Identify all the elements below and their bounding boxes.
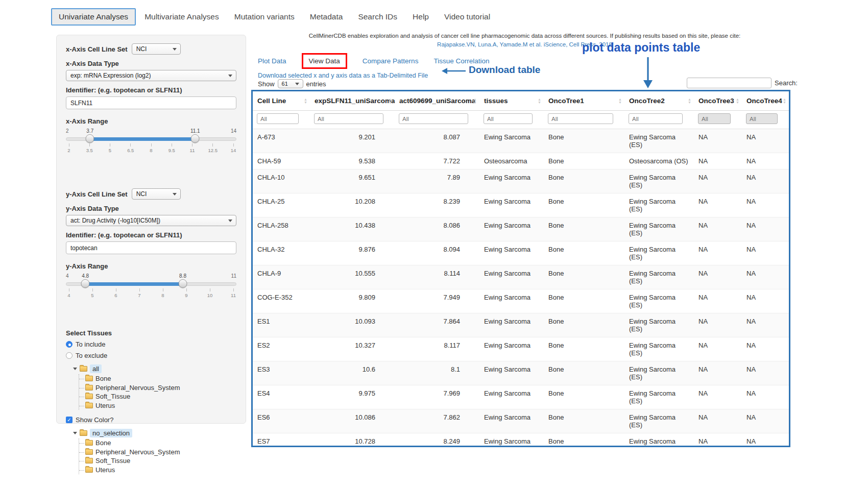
tree-node-soft-tissue[interactable]: Soft_Tissue	[85, 392, 236, 401]
column-filter-input[interactable]	[698, 113, 731, 124]
nav-tab-metadata[interactable]: Metadata	[303, 8, 350, 26]
tab-plot-data[interactable]: Plot Data	[258, 57, 286, 65]
sort-icon[interactable]: ▲▼	[736, 97, 739, 104]
table-cell: 7.949	[395, 289, 479, 313]
nav-tab-help[interactable]: Help	[406, 8, 436, 26]
nav-tab-search-ids[interactable]: Search IDs	[351, 8, 404, 26]
tree-node-bone[interactable]: Bone	[85, 374, 236, 383]
radio-to-exclude-label: To exclude	[76, 352, 107, 359]
sort-icon[interactable]: ▲▼	[389, 97, 392, 104]
nav-tab-multivariate-analyses[interactable]: Multivariate Analyses	[138, 8, 226, 26]
column-filter-input[interactable]	[257, 113, 299, 124]
y-data-type-select[interactable]: act: Drug Activity (-log10[IC50M])	[66, 215, 236, 226]
slider-handle-left[interactable]	[81, 279, 90, 288]
tree-node-no-selection[interactable]: no_selection	[73, 429, 236, 437]
table-row[interactable]: CHA-599.5387.722OsteosarcomaBoneOsteosar…	[253, 153, 789, 169]
x-axis-range-slider[interactable]: 2 14 3.7 11.1 2 3.5 5 6.5 8 9.5 11 12.5 …	[66, 133, 236, 163]
tree-node-all[interactable]: all	[73, 364, 236, 373]
entries-label: entries	[306, 80, 326, 88]
table-row[interactable]: CHLA-109.6517.89Ewing SarcomaBoneEwing S…	[253, 169, 789, 193]
table-row[interactable]: CHLA-910.5558.114Ewing SarcomaBoneEwing …	[253, 265, 789, 289]
caret-down-icon[interactable]	[73, 368, 77, 370]
sort-icon[interactable]: ▲▼	[618, 97, 622, 104]
column-filter-input[interactable]	[399, 113, 468, 124]
radio-to-include[interactable]: To include	[66, 340, 236, 348]
sort-icon[interactable]: ▲▼	[538, 97, 541, 104]
table-cell: Ewing Sarcoma	[479, 361, 544, 385]
table-cell: Bone	[544, 217, 624, 241]
column-header-label: OncoTree4	[746, 97, 782, 105]
table-row[interactable]: ES710.7288.249Ewing SarcomaBoneEwing Sar…	[253, 433, 789, 448]
column-filter-input[interactable]	[314, 113, 383, 124]
table-row[interactable]: CHLA-2510.2088.239Ewing SarcomaBoneEwing…	[253, 193, 789, 217]
table-row[interactable]: ES610.0867.862Ewing SarcomaBoneEwing Sar…	[253, 409, 789, 433]
tab-tissue-correlation[interactable]: Tissue Correlation	[433, 57, 489, 65]
table-row[interactable]: A-6739.2018.087Ewing SarcomaBoneEwing Sa…	[253, 129, 789, 153]
tree-node-uterus[interactable]: Uterus	[85, 466, 236, 475]
tab-view-data[interactable]: View Data	[302, 53, 347, 69]
x-data-type-select[interactable]: exp: mRNA Expression (log2)	[66, 70, 236, 81]
column-header-oncotree4[interactable]: OncoTree4▲▼	[742, 91, 789, 111]
column-filter-input[interactable]	[746, 113, 778, 124]
column-header-label: Cell Line	[257, 97, 286, 105]
tree-node-soft-tissue[interactable]: Soft_Tissue	[85, 456, 236, 466]
table-cell: Ewing Sarcoma (ES)	[624, 385, 694, 409]
slider-handle-right[interactable]	[191, 134, 200, 143]
radio-to-exclude[interactable]: To exclude	[66, 352, 236, 359]
column-header-tissues[interactable]: tissues▲▼	[479, 91, 544, 111]
nav-tab-video-tutorial[interactable]: Video tutorial	[438, 8, 497, 26]
table-cell: NA	[694, 169, 742, 193]
entries-select[interactable]: 61	[278, 79, 303, 88]
y-cell-line-set-select[interactable]: NCI	[132, 188, 181, 200]
slider-handle-left[interactable]	[86, 134, 94, 143]
tree-node-peripheral-nervous-system[interactable]: Peripheral_Nervous_System	[85, 448, 236, 457]
table-cell: NA	[742, 313, 789, 337]
folder-icon	[85, 467, 93, 473]
x-identifier-input[interactable]	[66, 96, 236, 109]
y-identifier-input[interactable]	[66, 241, 236, 254]
show-color-checkbox[interactable]: ✓ Show Color?	[66, 416, 236, 424]
column-header-cell-line[interactable]: Cell Line▲▼	[253, 91, 310, 111]
column-header-act609699-unisarcoma[interactable]: act609699_uniSarcoma▲▼	[395, 91, 479, 111]
table-row[interactable]: ES310.68.1Ewing SarcomaBoneEwing Sarcoma…	[253, 361, 789, 385]
sort-icon[interactable]: ▲▼	[473, 97, 477, 104]
caret-down-icon[interactable]	[73, 432, 77, 434]
x-data-type-label: x-Axis Data Type	[66, 60, 236, 67]
table-row[interactable]: CHLA-329.8768.094Ewing SarcomaBoneEwing …	[253, 241, 789, 265]
download-data-link[interactable]: Download selected x and y axis data as a…	[258, 72, 428, 79]
slider-handle-right[interactable]	[179, 279, 187, 288]
tick-label: 8	[150, 148, 152, 153]
filter-cell	[624, 111, 694, 129]
table-row[interactable]: ES210.3278.117Ewing SarcomaBoneEwing Sar…	[253, 337, 789, 361]
citation-link[interactable]: Rajapakse.VN, Luna.A, Yamade.M et al. iS…	[255, 41, 794, 47]
column-header-oncotree3[interactable]: OncoTree3▲▼	[694, 91, 742, 111]
column-filter-input[interactable]	[548, 113, 613, 124]
table-row[interactable]: ES49.9757.969Ewing SarcomaBoneEwing Sarc…	[253, 385, 789, 409]
tree-node-bone[interactable]: Bone	[85, 438, 236, 448]
slider-from-value: 4.8	[82, 273, 89, 279]
nav-tab-mutation-variants[interactable]: Mutation variants	[228, 8, 301, 26]
table-cell: 10.6	[310, 361, 395, 385]
y-axis-range-slider[interactable]: 4 11 4.8 8.8 4 5 6 7 8 9 10 11	[66, 278, 236, 308]
table-cell: NA	[694, 153, 742, 169]
sort-icon[interactable]: ▲▼	[304, 97, 307, 104]
table-row[interactable]: ES110.0937.864Ewing SarcomaBoneEwing Sar…	[253, 313, 789, 337]
nav-tab-univariate-analyses[interactable]: Univariate Analyses	[51, 8, 136, 26]
column-header-oncotree2[interactable]: OncoTree2▲▼	[624, 91, 694, 111]
table-row[interactable]: CHLA-25810.4388.086Ewing SarcomaBoneEwin…	[253, 217, 789, 241]
search-input[interactable]	[687, 78, 771, 88]
tab-compare-patterns[interactable]: Compare Patterns	[363, 57, 419, 65]
sort-icon[interactable]: ▲▼	[688, 97, 691, 104]
tree-node-uterus[interactable]: Uterus	[85, 401, 236, 410]
column-filter-input[interactable]	[484, 113, 533, 124]
column-header-expslfn11-unisarcoma[interactable]: expSLFN11_uniSarcoma▲▼	[310, 91, 395, 111]
column-filter-input[interactable]	[629, 113, 683, 124]
table-cell: 10.555	[310, 265, 395, 289]
tree-node-peripheral-nervous-system[interactable]: Peripheral_Nervous_System	[85, 383, 236, 393]
table-row[interactable]: COG-E-3529.8097.949Ewing SarcomaBoneEwin…	[253, 289, 789, 313]
tick-label: 11	[231, 292, 236, 298]
x-cell-line-set-select[interactable]: NCI	[132, 43, 181, 55]
tissue-tree-exclude: no_selection Bone Peripheral_Nervous_Sys…	[73, 429, 236, 474]
column-header-oncotree1[interactable]: OncoTree1▲▼	[544, 91, 624, 111]
sort-icon[interactable]: ▲▼	[783, 97, 786, 104]
